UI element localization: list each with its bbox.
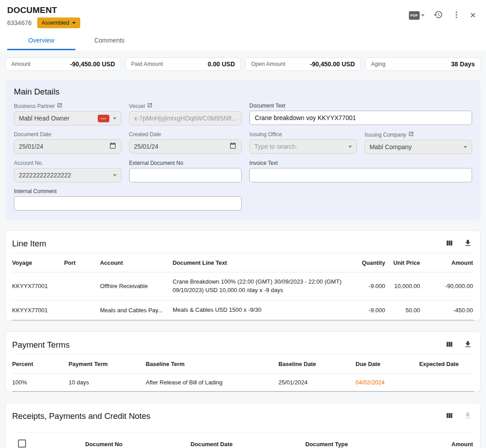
history-button[interactable]: [431, 7, 446, 23]
cell-amount: -90,000.00: [424, 272, 474, 301]
vessel-input: x-7pMnHjyjimtxgHOq6WC0M9SNft...: [129, 111, 242, 125]
table-row[interactable]: 100% 10 days After Release of Bill of La…: [12, 373, 474, 391]
account-no-select[interactable]: 222222222222222: [14, 168, 122, 182]
column-header-document-no[interactable]: Document No: [82, 432, 187, 448]
column-header-account[interactable]: Account: [96, 254, 169, 272]
column-header-due-date[interactable]: Due Date: [352, 354, 416, 373]
document-date-input[interactable]: 25/01/24: [14, 139, 122, 154]
download-button[interactable]: [464, 239, 472, 249]
chevron-down-icon: [113, 117, 117, 120]
chevron-down-icon: [348, 146, 352, 148]
chevron-down-icon: [72, 22, 76, 24]
business-partner-field: Business Partner Mabl Head Owner •••: [14, 103, 122, 125]
column-chooser-button[interactable]: [445, 239, 454, 249]
column-header-baseline-term[interactable]: Baseline Term: [142, 354, 275, 373]
column-header-baseline-date[interactable]: Baseline Date: [275, 354, 352, 373]
issuing-company-select[interactable]: Mabl Company: [364, 140, 472, 154]
pdf-button[interactable]: PDF: [406, 9, 427, 22]
receipts-section: Receipts, Payments and Credit Notes: [5, 403, 481, 448]
more-vertical-icon: [452, 10, 461, 21]
select-all-checkbox[interactable]: [18, 439, 26, 448]
external-document-no-field: External Document No: [129, 160, 242, 182]
summary-card-amount: Amount -90,450.00 USD: [5, 57, 121, 71]
tab-comments[interactable]: Comments: [75, 31, 143, 50]
business-partner-select[interactable]: Mabl Head Owner •••: [14, 111, 122, 125]
summary-value: -90,450.00 USD: [70, 60, 115, 68]
column-header-document-date[interactable]: Document Date: [187, 432, 302, 448]
close-button[interactable]: ✕: [467, 9, 479, 22]
summary-value: -90,450.00 USD: [310, 60, 355, 68]
column-header-expected-date[interactable]: Expected Date: [416, 354, 474, 373]
column-chooser-button[interactable]: [445, 411, 454, 421]
column-header-unit-price[interactable]: Unit Price: [389, 254, 424, 272]
close-icon: ✕: [470, 12, 476, 19]
business-partner-value: Mabl Head Owner: [19, 115, 94, 122]
line-item-section: Line Item Voyage Port Account: [5, 230, 481, 321]
status-badge-label: Assembled: [42, 20, 69, 26]
document-date-field: Document Date 25/01/24: [14, 131, 122, 154]
tab-overview[interactable]: Overview: [7, 31, 75, 50]
calendar-icon[interactable]: [229, 142, 237, 151]
more-menu-button[interactable]: [449, 8, 464, 23]
summary-card-aging: Aging 38 Days: [365, 57, 481, 71]
column-header-percent[interactable]: Percent: [12, 354, 65, 373]
document-text-label: Document Text: [249, 103, 472, 109]
page-header: DOCUMENT 6334676 Assembled PDF: [0, 0, 486, 50]
column-header-quantity[interactable]: Quantity: [349, 254, 389, 272]
calendar-icon[interactable]: [109, 142, 117, 151]
table-row[interactable]: KKYYX77001 Offhire Receivable Crane Brea…: [12, 272, 474, 301]
external-link-icon[interactable]: [147, 103, 152, 109]
issuing-office-field: Issuing Office Type to search.: [249, 131, 357, 154]
external-link-icon[interactable]: [408, 131, 414, 138]
cell-document-line-text: Meals & Cables USD 1500 x -9/30: [169, 300, 349, 320]
external-document-no-label: External Document No: [129, 160, 242, 166]
cell-voyage: KKYYX77001: [12, 272, 61, 301]
field-label: Invoice Text: [249, 160, 278, 166]
partner-chip-icon[interactable]: •••: [98, 115, 109, 122]
document-text-input[interactable]: [249, 111, 472, 125]
cell-port: [61, 300, 96, 320]
invoice-text-input[interactable]: [249, 168, 472, 182]
cell-amount: -450.00: [424, 300, 474, 320]
cell-due-date: 04/02/2024: [352, 373, 416, 391]
column-header-payment-term[interactable]: Payment Term: [65, 354, 142, 373]
vessel-value: x-7pMnHjyjimtxgHOq6WC0M9SNft...: [134, 115, 237, 122]
column-header-amount[interactable]: Amount: [424, 254, 474, 272]
field-label: Account No.: [14, 160, 43, 166]
cell-unit-price: 50.00: [389, 300, 424, 320]
status-badge[interactable]: Assembled: [37, 17, 81, 28]
document-date-label: Document Date: [14, 131, 122, 138]
table-header-row: Document No Document Date Document Type …: [12, 432, 474, 448]
external-link-icon[interactable]: [57, 103, 62, 109]
chevron-down-icon: [421, 14, 425, 17]
download-icon: [464, 340, 472, 350]
column-header-document-type[interactable]: Document Type: [302, 432, 420, 448]
internal-comment-input[interactable]: [14, 196, 242, 211]
line-item-table: Voyage Port Account Document Line Text Q…: [12, 253, 474, 320]
column-header-voyage[interactable]: Voyage: [12, 254, 61, 272]
payment-terms-section: Payment Terms Percent Payment Term Basel: [5, 332, 481, 392]
external-document-no-input[interactable]: [129, 168, 242, 182]
summary-label: Open Amount: [251, 61, 285, 67]
internal-comment-field: Internal Comment: [14, 188, 242, 211]
cell-quantity: -9.000: [349, 300, 389, 320]
download-button[interactable]: [464, 340, 472, 350]
field-label: External Document No: [129, 160, 183, 166]
cell-port: [61, 272, 96, 301]
column-header-amount[interactable]: Amount: [420, 432, 474, 448]
field-label: Vessel: [129, 103, 145, 109]
cell-baseline-date: 25/01/2024: [275, 373, 352, 391]
column-header-document-line-text[interactable]: Document Line Text: [169, 254, 349, 272]
issuing-company-label: Issuing Company: [364, 131, 472, 138]
column-header-port[interactable]: Port: [61, 254, 96, 272]
table-row[interactable]: KKYYX77001 Meals and Cables Pay... Meals…: [12, 300, 474, 320]
tab-bar: Overview Comments: [7, 31, 479, 50]
account-no-value: 222222222222222: [19, 172, 109, 179]
column-chooser-button[interactable]: [445, 340, 454, 350]
columns-icon: [445, 340, 454, 350]
created-date-label: Created Date: [129, 131, 242, 138]
created-date-input[interactable]: 25/01/24: [129, 139, 242, 154]
summary-value: 38 Days: [451, 60, 475, 68]
issuing-office-select[interactable]: Type to search.: [249, 139, 357, 154]
line-item-title: Line Item: [12, 239, 46, 249]
